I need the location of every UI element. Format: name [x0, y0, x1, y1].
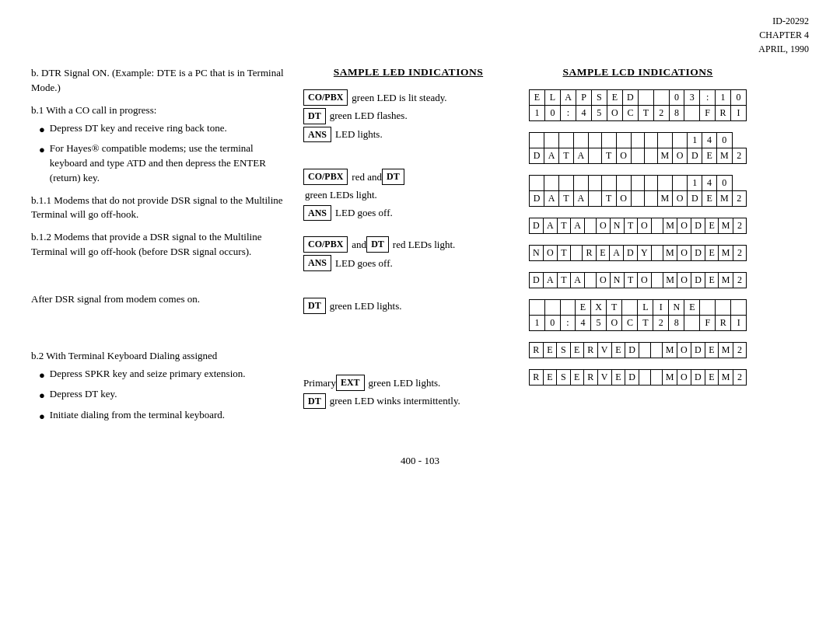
lcd-table-3: 1 4 0 D A T A T O M	[529, 175, 747, 207]
lcd-cell: E	[611, 370, 625, 386]
lcd-cell	[651, 246, 663, 261]
led-text-ans-2: LED goes off.	[335, 205, 393, 221]
lcd-cell: A	[573, 191, 588, 207]
led-row-1: CO/PBX green LED is lit steady. DT green…	[303, 89, 513, 142]
page-number: 400 - 103	[401, 455, 439, 466]
lcd-cell: E	[684, 300, 700, 316]
lcd-cell: :	[700, 90, 716, 106]
led-line-dt-5: DT green LED winks intermittently.	[303, 393, 513, 410]
lcd-cell: E	[576, 300, 591, 316]
lcd-cell: 2	[733, 370, 746, 386]
lcd-cell: P	[576, 90, 592, 106]
lcd-cell: N	[610, 273, 624, 288]
lcd-cell	[716, 300, 731, 316]
lcd-cell: E	[705, 273, 718, 288]
left-column: b. DTR Signal ON. (Example: DTE is a PC …	[31, 66, 296, 431]
key-dt-1: DT	[303, 108, 326, 124]
led-text-red-and: red and	[352, 169, 382, 185]
lcd-cell: M	[657, 191, 673, 207]
led-line-copbx-2: CO/PBX red and DT	[303, 169, 513, 185]
lcd-cell: M	[663, 218, 677, 234]
section-b1: b.1 With a CO call in progress: ● Depres…	[31, 103, 288, 186]
lcd-cell: O	[607, 316, 622, 331]
lcd-cell: Y	[637, 246, 651, 261]
led-text-and: and	[352, 237, 366, 253]
lcd-cell: C	[622, 106, 638, 121]
section-b2: b.2 With Terminal Keyboard Dialing assig…	[31, 349, 288, 424]
lcd-cell	[651, 370, 663, 386]
lcd-cell: 2	[733, 246, 746, 261]
lcd-cell: 0	[716, 133, 732, 148]
lcd-cell: D	[688, 148, 702, 164]
lcd-cell: A	[544, 191, 559, 207]
lcd-cell	[673, 176, 688, 191]
lcd-section-6: D A T A O N T O M O D E M	[529, 272, 747, 288]
lcd-cell	[601, 176, 616, 191]
lcd-cell: L	[544, 90, 560, 106]
lcd-cell: T	[607, 300, 622, 316]
lcd-cell: E	[543, 370, 557, 386]
key-ans-2: ANS	[303, 205, 331, 222]
bullet-b2-2: ● Depress DT key.	[31, 387, 288, 403]
lcd-cell	[644, 176, 657, 191]
page: ID-20292 CHAPTER 4 APRIL, 1990 b. DTR Si…	[0, 0, 840, 642]
lcd-cell: 2	[653, 106, 669, 121]
lcd-cell: R	[716, 106, 731, 121]
lcd-cell	[631, 176, 644, 191]
section-b12-title: b.1.2 Modems that provide a DSR signal t…	[31, 230, 288, 260]
lcd-cell: D	[622, 90, 638, 106]
after-dsr: After DSR signal from modem comes on.	[31, 292, 288, 307]
lcd-cell: N	[669, 300, 684, 316]
lcd-cell: T	[638, 316, 653, 331]
lcd-cell: O	[673, 191, 688, 207]
lcd-cell: R	[584, 343, 598, 358]
lcd-cell: O	[677, 246, 691, 261]
lcd-cell: A	[560, 90, 576, 106]
right-column: SAMPLE LCD INDICATIONS E L A P S E D 0	[521, 66, 747, 431]
lcd-cell	[584, 218, 596, 234]
lcd-cell	[644, 191, 657, 207]
lcd-cell	[573, 176, 588, 191]
lcd-cell	[530, 300, 545, 316]
lcd-cell	[657, 133, 673, 148]
lcd-cell: :	[560, 316, 575, 331]
led-line-copbx-3: CO/PBX and DT red LEDs light.	[303, 236, 513, 253]
lcd-cell: I	[731, 316, 747, 331]
section-b12: b.1.2 Modems that provide a DSR signal t…	[31, 230, 288, 260]
lcd-cell: 4	[576, 316, 591, 331]
chapter: CHAPTER 4	[759, 30, 809, 40]
lcd-cell: E	[705, 246, 718, 261]
lcd-cell: A	[571, 273, 585, 288]
lcd-cell	[571, 246, 583, 261]
lcd-cell: D	[691, 370, 705, 386]
spacer-after-b12	[31, 267, 288, 284]
led-text-dt-1: green LED flashes.	[330, 108, 408, 124]
lcd-cell	[684, 106, 700, 121]
lcd-cell: M	[719, 218, 733, 234]
lcd-cell	[631, 148, 644, 164]
lcd-cell: 1	[716, 90, 731, 106]
section-b2-title: b.2 With Terminal Keyboard Dialing assig…	[31, 349, 288, 364]
doc-id: ID-20292	[772, 16, 809, 26]
lcd-cell: 2	[733, 273, 746, 288]
lcd-cell: M	[663, 343, 677, 358]
lcd-cell: D	[691, 218, 705, 234]
lcd-cell: 1	[688, 133, 702, 148]
key-ans-1: ANS	[303, 127, 331, 143]
lcd-cell	[639, 370, 651, 386]
lcd-table-8: R E S E R V E D M O D E M	[529, 342, 747, 358]
led-row-4: DT green LED lights.	[303, 298, 513, 314]
lcd-cell: T	[601, 148, 616, 164]
lcd-cell: 0	[716, 176, 732, 191]
lcd-section-8: R E S E R V E D M O D E M	[529, 342, 747, 358]
lcd-cell: X	[590, 300, 606, 316]
lcd-cell: V	[597, 343, 611, 358]
key-copbx-2: CO/PBX	[303, 169, 348, 185]
led-line-ans-2: ANS LED goes off.	[303, 205, 513, 222]
key-ext: EXT	[336, 375, 365, 391]
lcd-cell: 8	[669, 316, 684, 331]
lcd-section-9: R E S E R V E D M O D E M	[529, 369, 747, 386]
lcd-cell: O	[543, 246, 557, 261]
lcd-cell: R	[716, 316, 731, 331]
lcd-cell: T	[639, 106, 654, 121]
